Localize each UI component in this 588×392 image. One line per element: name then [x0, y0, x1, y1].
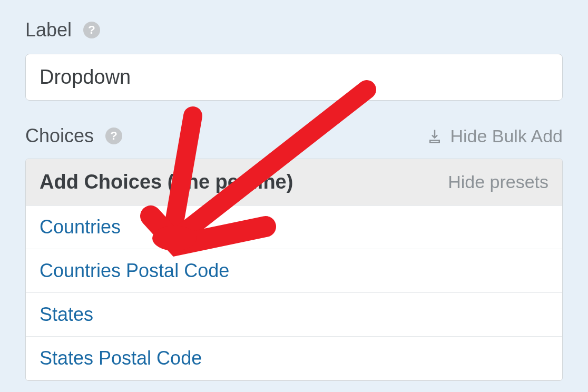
download-icon: [427, 128, 443, 144]
label-title: Label: [25, 19, 72, 41]
choices-panel-title: Add Choices (one per line): [40, 171, 293, 193]
preset-states[interactable]: States: [26, 293, 562, 337]
help-icon[interactable]: ?: [105, 128, 122, 144]
label-input[interactable]: [25, 54, 563, 101]
choices-title-group: Choices ?: [25, 125, 122, 147]
preset-countries-postal-code[interactable]: Countries Postal Code: [26, 249, 562, 293]
choices-panel: Add Choices (one per line) Hide presets …: [25, 159, 563, 381]
choices-header-row: Choices ? Hide Bulk Add: [25, 125, 563, 147]
preset-countries[interactable]: Countries: [26, 205, 562, 249]
choices-panel-header: Add Choices (one per line) Hide presets: [26, 159, 562, 205]
choices-title: Choices: [25, 125, 94, 147]
help-icon[interactable]: ?: [83, 22, 100, 38]
preset-states-postal-code[interactable]: States Postal Code: [26, 337, 562, 380]
hide-bulk-add-label: Hide Bulk Add: [450, 126, 563, 146]
hide-bulk-add-link[interactable]: Hide Bulk Add: [427, 126, 563, 146]
hide-presets-link[interactable]: Hide presets: [448, 172, 548, 192]
label-field-header: Label ?: [25, 19, 563, 41]
